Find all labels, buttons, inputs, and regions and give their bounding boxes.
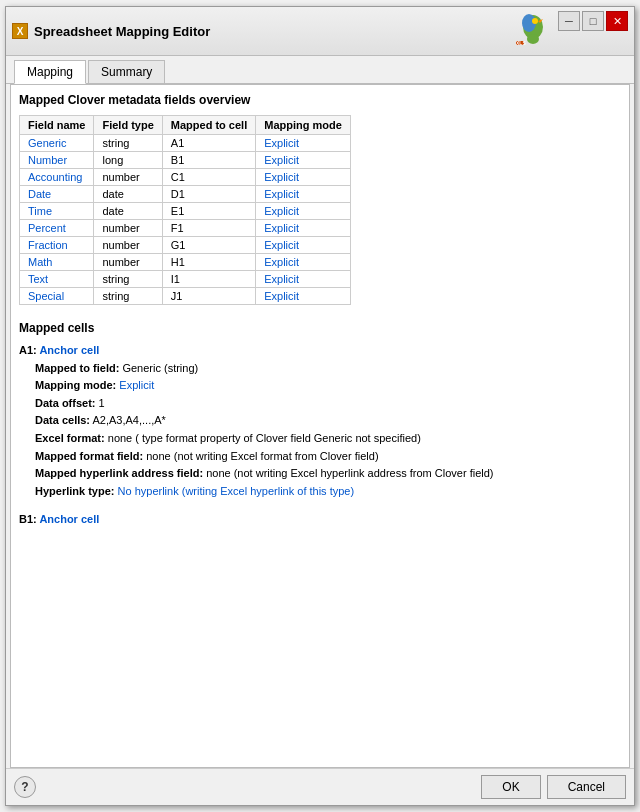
- cell-field-name: Fraction: [20, 237, 94, 254]
- help-button[interactable]: ?: [14, 776, 36, 798]
- col-header-field-type: Field type: [94, 116, 162, 135]
- cell-field-name: Number: [20, 152, 94, 169]
- detail-key: Data offset:: [35, 397, 96, 409]
- col-header-mapping-mode: Mapping mode: [256, 116, 351, 135]
- cell-field-type: date: [94, 186, 162, 203]
- minimize-button[interactable]: ─: [558, 11, 580, 31]
- logo-icon: XLS: [513, 13, 549, 49]
- cancel-button[interactable]: Cancel: [547, 775, 626, 799]
- cell-field-type: long: [94, 152, 162, 169]
- table-row: Fraction number G1 Explicit: [20, 237, 351, 254]
- cell-detail: Data cells: A2,A3,A4,...,A*: [35, 412, 621, 430]
- detail-key: Mapped format field:: [35, 450, 143, 462]
- cell-field-type: number: [94, 237, 162, 254]
- cell-mapped-to: J1: [162, 288, 255, 305]
- table-row: Special string J1 Explicit: [20, 288, 351, 305]
- table-row: Number long B1 Explicit: [20, 152, 351, 169]
- detail-value: No hyperlink (writing Excel hyperlink of…: [118, 485, 355, 497]
- maximize-button[interactable]: □: [582, 11, 604, 31]
- cell-field-name: Accounting: [20, 169, 94, 186]
- tabs-bar: Mapping Summary: [6, 56, 634, 84]
- cell-mapping-mode: Explicit: [256, 186, 351, 203]
- detail-value: none (not writing Excel hyperlink addres…: [206, 467, 493, 479]
- app-icon: X: [12, 23, 28, 39]
- scroll-area[interactable]: Mapped Clover metadata fields overview F…: [11, 85, 629, 767]
- cell-field-type: number: [94, 254, 162, 271]
- svg-text:XLS: XLS: [516, 40, 526, 46]
- close-button[interactable]: ✕: [606, 11, 628, 31]
- anchor-cell-title: B1: Anchor cell: [19, 510, 621, 529]
- cell-field-type: string: [94, 288, 162, 305]
- cell-mapping-mode: Explicit: [256, 152, 351, 169]
- cell-mapped-to: G1: [162, 237, 255, 254]
- ok-button[interactable]: OK: [481, 775, 540, 799]
- cell-field-name: Date: [20, 186, 94, 203]
- window-title: Spreadsheet Mapping Editor: [34, 24, 506, 39]
- cell-mapped-to: B1: [162, 152, 255, 169]
- cell-field-name: Math: [20, 254, 94, 271]
- main-window: X Spreadsheet Mapping Editor XLS ─ □ ✕: [5, 6, 635, 806]
- footer-buttons: OK Cancel: [481, 775, 626, 799]
- table-row: Date date D1 Explicit: [20, 186, 351, 203]
- detail-value: A2,A3,A4,...,A*: [92, 414, 165, 426]
- table-row: Percent number F1 Explicit: [20, 220, 351, 237]
- detail-value: Explicit: [119, 379, 154, 391]
- cell-field-name: Special: [20, 288, 94, 305]
- col-header-mapped-to: Mapped to cell: [162, 116, 255, 135]
- cell-mapped-to: C1: [162, 169, 255, 186]
- cell-mapping-mode: Explicit: [256, 288, 351, 305]
- cell-mapped-to: H1: [162, 254, 255, 271]
- cell-mapping-mode: Explicit: [256, 237, 351, 254]
- cell-mapped-to: F1: [162, 220, 255, 237]
- cell-detail: Mapped to field: Generic (string): [35, 360, 621, 378]
- detail-key: Excel format:: [35, 432, 105, 444]
- detail-value: none (not writing Excel format from Clov…: [146, 450, 378, 462]
- cell-mapped-to: E1: [162, 203, 255, 220]
- cell-detail: Hyperlink type: No hyperlink (writing Ex…: [35, 483, 621, 501]
- titlebar: X Spreadsheet Mapping Editor XLS ─ □ ✕: [6, 7, 634, 56]
- mapping-section-title: Mapped Clover metadata fields overview: [19, 93, 621, 107]
- cell-mapped-to: A1: [162, 135, 255, 152]
- anchor-cell-title: A1: Anchor cell: [19, 341, 621, 360]
- mapping-table: Field name Field type Mapped to cell Map…: [19, 115, 351, 305]
- cell-detail: Excel format: none ( type format propert…: [35, 430, 621, 448]
- tab-summary[interactable]: Summary: [88, 60, 165, 83]
- detail-key: Hyperlink type:: [35, 485, 114, 497]
- detail-value: none ( type format property of Clover fi…: [108, 432, 421, 444]
- cell-field-name: Generic: [20, 135, 94, 152]
- cell-mapping-mode: Explicit: [256, 169, 351, 186]
- cell-field-type: number: [94, 169, 162, 186]
- cell-field-type: date: [94, 203, 162, 220]
- cells-section-title: Mapped cells: [19, 321, 621, 335]
- table-row: Generic string A1 Explicit: [20, 135, 351, 152]
- table-row: Accounting number C1 Explicit: [20, 169, 351, 186]
- cell-mapping-mode: Explicit: [256, 271, 351, 288]
- cell-field-type: string: [94, 271, 162, 288]
- cell-field-name: Time: [20, 203, 94, 220]
- cell-mapping-mode: Explicit: [256, 135, 351, 152]
- table-row: Math number H1 Explicit: [20, 254, 351, 271]
- detail-key: Mapped hyperlink address field:: [35, 467, 203, 479]
- cell-mapping-mode: Explicit: [256, 220, 351, 237]
- cell-field-name: Percent: [20, 220, 94, 237]
- cell-mapping-mode: Explicit: [256, 203, 351, 220]
- tab-mapping[interactable]: Mapping: [14, 60, 86, 84]
- cell-field-name: Text: [20, 271, 94, 288]
- content-panel: Mapped Clover metadata fields overview F…: [10, 84, 630, 768]
- detail-key: Mapped to field:: [35, 362, 119, 374]
- detail-key: Mapping mode:: [35, 379, 116, 391]
- cell-id: B1:: [19, 513, 37, 525]
- cell-detail: Mapped hyperlink address field: none (no…: [35, 465, 621, 483]
- cells-details: A1: Anchor cellMapped to field: Generic …: [19, 341, 621, 529]
- cell-detail: Mapped format field: none (not writing E…: [35, 448, 621, 466]
- anchor-link: Anchor cell: [39, 344, 99, 356]
- logo-area: XLS: [506, 11, 556, 51]
- cell-mapped-to: D1: [162, 186, 255, 203]
- anchor-link: Anchor cell: [39, 513, 99, 525]
- svg-point-2: [532, 18, 538, 24]
- col-header-field-name: Field name: [20, 116, 94, 135]
- cell-detail: Data offset: 1: [35, 395, 621, 413]
- footer: ? OK Cancel: [6, 768, 634, 805]
- cell-detail: Mapping mode: Explicit: [35, 377, 621, 395]
- detail-value: 1: [99, 397, 105, 409]
